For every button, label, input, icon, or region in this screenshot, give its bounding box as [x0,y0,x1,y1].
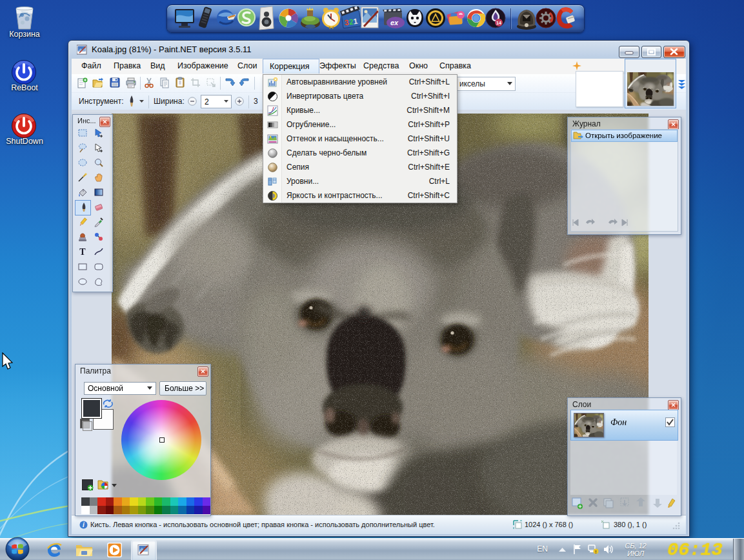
svg-text:14: 14 [496,21,501,25]
svg-text:T: T [79,247,86,257]
svg-text:!: ! [595,550,596,554]
svg-text:i: i [83,521,85,528]
svg-text:ex: ex [390,19,399,26]
